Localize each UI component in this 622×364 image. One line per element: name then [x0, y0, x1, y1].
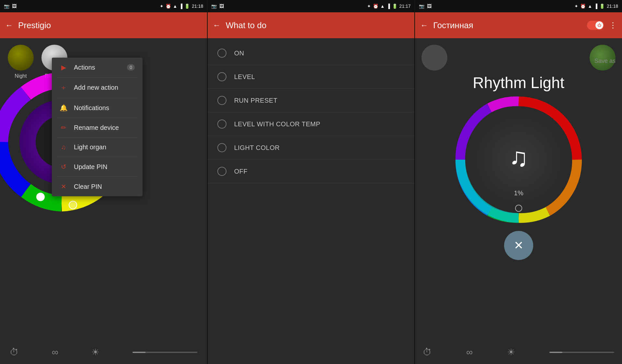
- menu-item-notifications[interactable]: 🔔 Notifications: [52, 98, 143, 118]
- panel-2: ← What to do ON LEVEL RUN PRESET: [208, 12, 415, 364]
- status-bar: 📷 🖼 ✦ ⏰ ▲ ▐ 🔋 21:18 📷 🖼 ✦ ⏰ ▲ ▐ 🔋 21:17 …: [0, 0, 622, 12]
- brightness-icon-1[interactable]: ☀: [91, 347, 99, 358]
- radio-light-color[interactable]: [217, 143, 226, 152]
- rhythm-title: Rhythm Light: [473, 74, 564, 92]
- menu-item-actions[interactable]: ▶ Actions 0: [52, 58, 143, 77]
- power-toggle-knob: ⏻: [595, 21, 603, 29]
- bluetooth-icon-3: ✦: [574, 4, 578, 9]
- signal-icon-2: ▐: [387, 4, 390, 9]
- status-right-3: ✦ ⏰ ▲ ▐ 🔋 21:18: [574, 4, 618, 9]
- camera-icon-1: 📷: [4, 4, 9, 9]
- bluetooth-icon-2: ✦: [367, 4, 371, 9]
- back-button-3[interactable]: ←: [420, 21, 428, 30]
- update-pin-label: Update PIN: [74, 163, 135, 171]
- menu-item-update-pin[interactable]: ↺ Update PIN: [52, 157, 143, 176]
- actions-badge: 0: [127, 64, 135, 71]
- pencil-icon: ✏: [60, 124, 67, 131]
- wifi-icon-2: ▲: [380, 4, 385, 9]
- brightness-slider-3[interactable]: [549, 352, 614, 353]
- svg-point-4: [69, 201, 77, 209]
- toolbar-2: ← What to do: [208, 12, 415, 38]
- list-item-on[interactable]: ON: [208, 41, 415, 65]
- bottom-controls-1: ⏱ ∞ ☀: [0, 347, 207, 358]
- timer-icon-1[interactable]: ⏱: [10, 347, 19, 358]
- light-organ-label: Light organ: [74, 143, 135, 151]
- panels: ← Prestigio Night Reading: [0, 12, 622, 364]
- gallery-icon-2: 🖼: [219, 4, 224, 9]
- gray-circle-left: [421, 45, 447, 71]
- radio-on[interactable]: [217, 49, 226, 58]
- bell-icon: 🔔: [60, 104, 67, 112]
- svg-point-3: [37, 193, 44, 201]
- wifi-icon-1: ▲: [173, 4, 178, 9]
- panel3-top-circles: [415, 45, 622, 71]
- list-item-level-color-temp[interactable]: LEVEL WITH COLOR TEMP: [208, 112, 415, 136]
- infinity-icon-3: ∞: [466, 347, 473, 358]
- rhythm-wheel-container[interactable]: ♫ 1%: [454, 95, 583, 224]
- time-2: 21:17: [399, 4, 411, 9]
- menu-item-clear-pin[interactable]: ✕ Clear PIN: [52, 177, 143, 196]
- menu-item-light-organ[interactable]: ♫ Light organ: [52, 138, 143, 157]
- radio-off[interactable]: [217, 167, 226, 176]
- radio-level-color-temp[interactable]: [217, 119, 226, 129]
- panel1-content: Night Reading: [0, 38, 207, 364]
- list-item-light-color[interactable]: LIGHT COLOR: [208, 136, 415, 160]
- status-left-3: 📷 🖼: [419, 4, 432, 9]
- refresh-icon: ↺: [60, 163, 67, 171]
- status-left-1: 📷 🖼: [4, 4, 17, 9]
- battery-icon-1: 🔋: [184, 4, 190, 9]
- list-item-off[interactable]: OFF: [208, 160, 415, 183]
- list-item-run-preset[interactable]: RUN PRESET: [208, 89, 415, 112]
- brightness-slider-fill-1: [132, 352, 145, 353]
- alarm-icon-2: ⏰: [373, 4, 378, 9]
- radio-run-preset[interactable]: [217, 96, 226, 105]
- back-button-1[interactable]: ←: [5, 21, 13, 30]
- infinity-icon-1: ∞: [52, 347, 58, 358]
- panel1-title: Prestigio: [18, 20, 202, 30]
- battery-icon-2: 🔋: [392, 4, 397, 9]
- wifi-icon-3: ▲: [588, 4, 592, 9]
- x-icon: ✕: [60, 183, 67, 190]
- off-label: OFF: [234, 168, 248, 175]
- status-section-2: 📷 🖼 ✦ ⏰ ▲ ▐ 🔋 21:17: [207, 0, 415, 12]
- music-icon: ♫: [60, 143, 67, 151]
- status-left-2: 📷 🖼: [211, 4, 224, 9]
- svg-text:1%: 1%: [514, 189, 523, 197]
- status-section-1: 📷 🖼 ✦ ⏰ ▲ ▐ 🔋 21:18: [0, 0, 207, 12]
- add-action-label: Add new action: [74, 84, 135, 91]
- panel2-title: What to do: [226, 20, 409, 30]
- light-color-label: LIGHT COLOR: [234, 144, 280, 152]
- toolbar-1: ← Prestigio: [0, 12, 207, 38]
- timer-icon-3[interactable]: ⏱: [423, 347, 432, 358]
- brightness-slider-fill-3: [549, 352, 562, 353]
- back-button-2[interactable]: ←: [213, 21, 221, 30]
- camera-icon-2: 📷: [211, 4, 217, 9]
- menu-item-rename[interactable]: ✏ Rename device: [52, 118, 143, 137]
- add-icon: ＋: [60, 83, 67, 92]
- save-as-label[interactable]: Save as: [594, 58, 616, 64]
- status-right-2: ✦ ⏰ ▲ ▐ 🔋 21:17: [367, 4, 411, 9]
- brightness-slider-1[interactable]: [132, 352, 197, 353]
- signal-icon-1: ▐: [179, 4, 182, 9]
- radio-level[interactable]: [217, 72, 226, 81]
- rhythm-close-button[interactable]: ✕: [504, 231, 533, 260]
- brightness-icon-3[interactable]: ☀: [507, 347, 515, 358]
- run-preset-label: RUN PRESET: [234, 97, 278, 104]
- list-item-level[interactable]: LEVEL: [208, 65, 415, 89]
- more-icon[interactable]: ⋮: [609, 21, 617, 30]
- panel3-title: Гостинная: [433, 20, 582, 30]
- rhythm-wheel-svg: ♫ 1%: [454, 95, 583, 224]
- menu-item-add-action[interactable]: ＋ Add new action: [52, 77, 143, 98]
- on-label: ON: [234, 50, 244, 57]
- panel-3: ← Гостинная ⏻ ⋮ Rhythm Light Save as: [415, 12, 622, 364]
- level-color-temp-label: LEVEL WITH COLOR TEMP: [234, 120, 320, 128]
- what-to-do-list: ON LEVEL RUN PRESET LEVEL WITH COLOR TEM…: [208, 38, 415, 187]
- time-1: 21:18: [192, 4, 203, 9]
- clear-pin-label: Clear PIN: [74, 183, 135, 190]
- notifications-label: Notifications: [74, 104, 135, 112]
- level-label: LEVEL: [234, 73, 255, 81]
- svg-text:♫: ♫: [509, 143, 528, 172]
- dropdown-menu: ▶ Actions 0 ＋ Add new action 🔔 Notificat…: [52, 58, 143, 196]
- power-toggle[interactable]: ⏻: [587, 21, 604, 30]
- alarm-icon-1: ⏰: [166, 4, 171, 9]
